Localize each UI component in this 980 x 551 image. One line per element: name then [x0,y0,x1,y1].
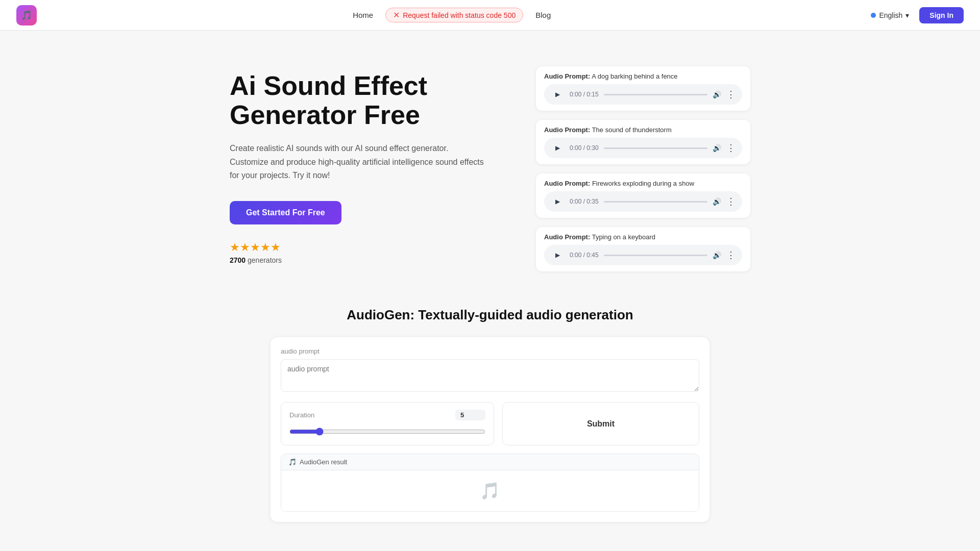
logo-icon: 🎵 [16,5,37,26]
time-display-1: 0:00 / 0:30 [570,144,599,152]
duration-label: Duration [289,410,485,420]
result-tab: 🎵 AudioGen result [281,454,699,470]
time-display-0: 0:00 / 0:15 [570,91,599,98]
audiogen-section: AudioGen: Textually-guided audio generat… [260,307,720,522]
music-note-icon: 🎵 [288,458,297,466]
play-button-1[interactable]: ▶ [550,141,565,155]
duration-value-input[interactable] [455,410,485,420]
stars: ★★★★★ [230,241,485,254]
duration-box: Duration [281,402,494,445]
language-label: English [879,11,902,19]
navbar: 🎵 Home ✕ Request failed with status code… [0,0,980,31]
get-started-button[interactable]: Get Started For Free [230,201,341,224]
error-message: Request failed with status code 500 [403,11,516,19]
audio-card-1: Audio Prompt: The sound of thunderstorm … [536,120,750,164]
volume-button-3[interactable]: 🔊 [713,251,721,259]
prompt-label: audio prompt [281,347,699,355]
logo[interactable]: 🎵 [16,5,37,26]
more-button-0[interactable]: ⋮ [726,89,736,100]
nav-center: Home ✕ Request failed with status code 5… [353,8,551,22]
result-box: 🎵 AudioGen result 🎵 [281,454,699,512]
play-button-0[interactable]: ▶ [550,87,565,102]
more-button-2[interactable]: ⋮ [726,196,736,207]
hero-section: Ai Sound Effect Generator Free Create re… [209,61,771,271]
more-button-1[interactable]: ⋮ [726,142,736,154]
audio-label-1: Audio Prompt: The sound of thunderstorm [544,126,742,134]
audio-label-3: Audio Prompt: Typing on a keyboard [544,233,742,241]
audio-player-3: ▶ 0:00 / 0:45 🔊 ⋮ [544,245,742,265]
audio-card-2: Audio Prompt: Fireworks exploding during… [536,173,750,218]
hero-left: Ai Sound Effect Generator Free Create re… [230,61,485,264]
controls-row: Duration Submit [281,402,699,445]
time-display-3: 0:00 / 0:45 [570,252,599,259]
play-button-2[interactable]: ▶ [550,194,565,209]
audio-prompts-list: Audio Prompt: A dog barking behind a fen… [536,61,750,271]
audio-label-2: Audio Prompt: Fireworks exploding during… [544,180,742,187]
progress-bar-0[interactable] [604,94,707,95]
audio-card-3: Audio Prompt: Typing on a keyboard ▶ 0:0… [536,227,750,271]
play-button-3[interactable]: ▶ [550,248,565,262]
volume-button-1[interactable]: 🔊 [713,144,721,152]
audio-player-0: ▶ 0:00 / 0:15 🔊 ⋮ [544,84,742,105]
nav-blog[interactable]: Blog [535,11,551,19]
chevron-down-icon: ▾ [905,11,909,19]
progress-bar-2[interactable] [604,201,707,203]
time-display-2: 0:00 / 0:35 [570,198,599,205]
audio-player-1: ▶ 0:00 / 0:30 🔊 ⋮ [544,138,742,158]
sign-in-button[interactable]: Sign In [919,7,964,23]
prompt-textarea[interactable] [281,359,699,392]
audiogen-title: AudioGen: Textually-guided audio generat… [271,307,709,323]
hero-title: Ai Sound Effect Generator Free [230,71,485,130]
error-pill: ✕ Request failed with status code 500 [385,8,523,22]
language-selector[interactable]: English ▾ [867,9,913,21]
progress-bar-1[interactable] [604,147,707,149]
audiogen-box: audio prompt Duration Submit 🎵 AudioGen … [271,337,709,522]
progress-bar-3[interactable] [604,255,707,256]
generators-count: 2700 generators [230,256,485,264]
result-tab-label: AudioGen result [300,458,347,466]
submit-button[interactable]: Submit [502,402,699,445]
audio-card-0: Audio Prompt: A dog barking behind a fen… [536,66,750,111]
nav-right: English ▾ Sign In [867,7,964,23]
duration-slider[interactable] [289,428,485,436]
ratings-row: ★★★★★ 2700 generators [230,241,485,264]
result-placeholder-icon: 🎵 [480,481,500,500]
hero-description: Create realistic AI sounds with our AI s… [230,142,485,182]
nav-home[interactable]: Home [353,11,373,19]
lang-dot-icon [871,13,876,18]
error-icon: ✕ [393,10,400,20]
more-button-3[interactable]: ⋮ [726,249,736,261]
audio-player-2: ▶ 0:00 / 0:35 🔊 ⋮ [544,191,742,212]
result-content: 🎵 [281,470,699,511]
volume-button-0[interactable]: 🔊 [713,90,721,98]
audio-label-0: Audio Prompt: A dog barking behind a fen… [544,72,742,80]
volume-button-2[interactable]: 🔊 [713,197,721,206]
